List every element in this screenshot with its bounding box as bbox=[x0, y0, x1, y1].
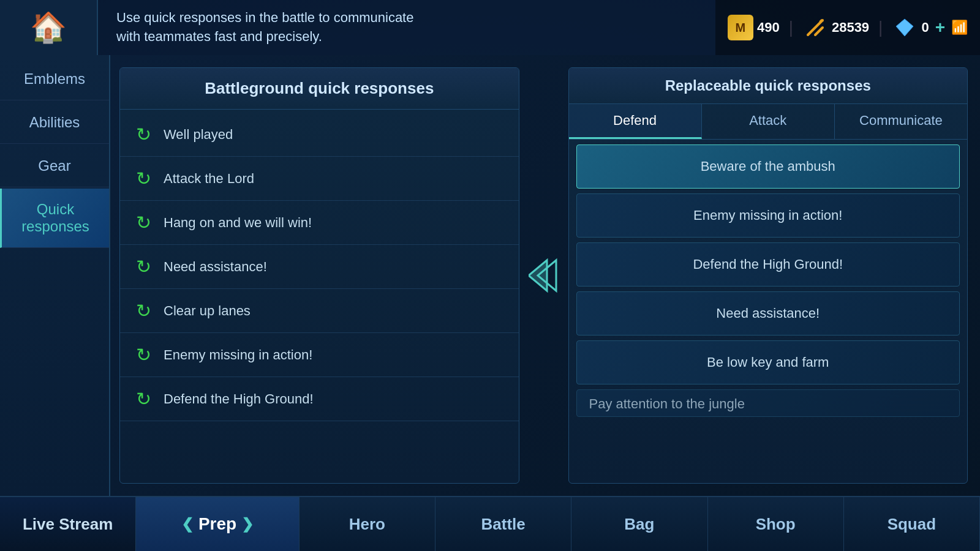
sidebar-item-gear[interactable]: Gear bbox=[0, 145, 109, 187]
svg-marker-3 bbox=[896, 19, 913, 36]
nav-item-live-stream[interactable]: Live Stream bbox=[0, 496, 136, 551]
bp-resource: 28539 bbox=[802, 15, 869, 40]
nav-item-squad[interactable]: Squad bbox=[844, 496, 980, 551]
diamond-resource: 0 bbox=[892, 15, 929, 40]
list-item[interactable]: Beware of the ambush bbox=[576, 144, 960, 189]
sidebar-item-quick-responses[interactable]: Quick responses bbox=[0, 189, 109, 248]
refresh-icon: ↻ bbox=[132, 300, 154, 321]
nav-item-bag[interactable]: Bag bbox=[571, 496, 707, 551]
refresh-icon: ↻ bbox=[132, 256, 154, 277]
battleground-panel-title: Battleground quick responses bbox=[120, 68, 519, 110]
list-item[interactable]: ↻ Enemy missing in action! bbox=[120, 333, 519, 377]
list-item[interactable]: Need assistance! bbox=[576, 291, 960, 335]
diamond-icon bbox=[892, 15, 918, 40]
prep-arrows: ❮ Prep ❯ bbox=[181, 514, 254, 534]
list-item[interactable]: ↻ Need assistance! bbox=[120, 245, 519, 289]
nav-item-battle[interactable]: Battle bbox=[435, 496, 571, 551]
refresh-icon: ↻ bbox=[132, 388, 154, 410]
bp-count: 28539 bbox=[832, 20, 869, 36]
tab-attack[interactable]: Attack bbox=[702, 104, 835, 139]
replaceable-panel: Replaceable quick responses Defend Attac… bbox=[568, 67, 968, 484]
battleground-response-list: ↻ Well played ↻ Attack the Lord ↻ Hang o… bbox=[120, 110, 519, 483]
svg-marker-5 bbox=[529, 260, 547, 291]
svg-line-1 bbox=[815, 28, 823, 35]
left-arrow-icon bbox=[529, 254, 559, 297]
medal-count: 490 bbox=[757, 20, 780, 36]
nav-item-hero[interactable]: Hero bbox=[300, 496, 435, 551]
list-item[interactable]: Defend the High Ground! bbox=[576, 242, 960, 287]
middle-arrow bbox=[529, 67, 559, 484]
battleground-panel: Battleground quick responses ↻ Well play… bbox=[119, 67, 519, 484]
top-description: Use quick responses in the battle to com… bbox=[98, 0, 715, 55]
nav-item-prep[interactable]: ❮ Prep ❯ bbox=[136, 496, 300, 551]
refresh-icon: ↻ bbox=[132, 212, 154, 233]
home-icon: 🏠 bbox=[30, 10, 67, 45]
nav-item-shop[interactable]: Shop bbox=[708, 496, 844, 551]
list-item[interactable]: ↻ Defend the High Ground! bbox=[120, 377, 519, 421]
top-resources: M 490 | 28539 | 0 + 📶 bbox=[715, 0, 980, 55]
bottom-nav: Live Stream ❮ Prep ❯ Hero Battle Bag Sho… bbox=[0, 496, 980, 551]
sidebar-item-emblems[interactable]: Emblems bbox=[0, 58, 109, 100]
refresh-icon: ↻ bbox=[132, 168, 154, 189]
list-item[interactable]: Be low key and farm bbox=[576, 340, 960, 384]
sidebar: Emblems Abilities Gear Quick responses bbox=[0, 55, 110, 496]
tabs-row: Defend Attack Communicate bbox=[569, 104, 968, 140]
refresh-icon: ↻ bbox=[132, 124, 154, 145]
sword-icon bbox=[802, 15, 828, 40]
home-button[interactable]: 🏠 bbox=[0, 0, 98, 55]
diamond-count: 0 bbox=[921, 20, 929, 36]
replaceable-panel-title: Replaceable quick responses bbox=[569, 68, 968, 104]
list-item[interactable]: Pay attention to the jungle bbox=[576, 389, 960, 417]
add-resources-button[interactable]: + bbox=[935, 18, 945, 37]
list-item[interactable]: ↻ Clear up lanes bbox=[120, 289, 519, 333]
medal-icon: M bbox=[728, 15, 753, 40]
list-item[interactable]: ↻ Attack the Lord bbox=[120, 157, 519, 201]
medal-resource: M 490 bbox=[728, 15, 780, 40]
list-item[interactable]: Enemy missing in action! bbox=[576, 193, 960, 238]
svg-line-0 bbox=[808, 20, 823, 35]
tab-communicate[interactable]: Communicate bbox=[835, 104, 967, 139]
list-item[interactable]: ↻ Well played bbox=[120, 113, 519, 157]
separator-1: | bbox=[789, 18, 793, 37]
signal-icon: 📶 bbox=[951, 20, 968, 36]
top-bar: 🏠 Use quick responses in the battle to c… bbox=[0, 0, 980, 55]
tab-defend[interactable]: Defend bbox=[569, 104, 702, 139]
refresh-icon: ↻ bbox=[132, 344, 154, 365]
sidebar-item-abilities[interactable]: Abilities bbox=[0, 102, 109, 144]
prep-arrow-right: ❯ bbox=[241, 515, 254, 533]
prep-arrow-left: ❮ bbox=[181, 515, 194, 533]
replaceable-list: Beware of the ambush Enemy missing in ac… bbox=[569, 140, 968, 483]
main-content: Battleground quick responses ↻ Well play… bbox=[110, 55, 980, 496]
list-item[interactable]: ↻ Hang on and we will win! bbox=[120, 201, 519, 245]
separator-2: | bbox=[878, 18, 883, 37]
